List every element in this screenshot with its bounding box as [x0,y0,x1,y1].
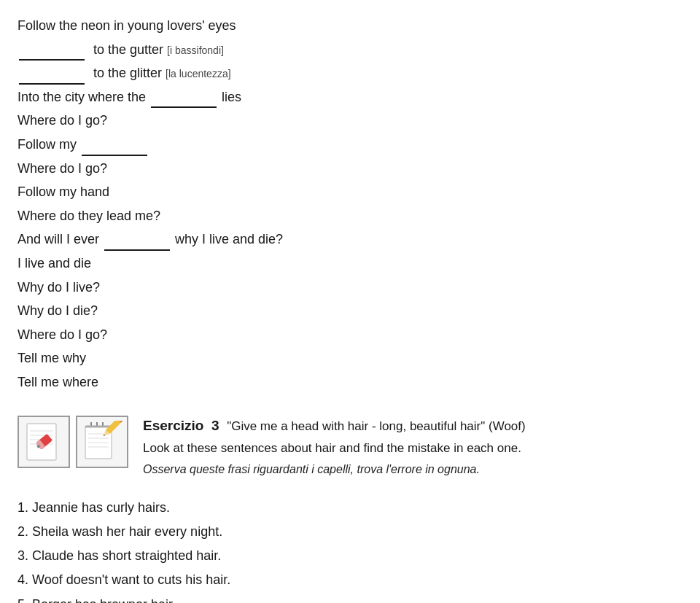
blank-1 [19,47,85,61]
icons-area [18,416,128,468]
annotation-2: [la lucentezza] [166,68,231,79]
lyric-line-7: Where do I go? [18,157,682,180]
esercizio-description: Look at these sentences about hair and f… [143,439,682,458]
esercizio-description-it: Osserva queste frasi riguardanti i capel… [143,461,682,478]
annotation-1: [i bassifondi] [167,44,224,56]
lyric-line-12: Why do I live? [18,276,682,299]
esercizio-label: Esercizio [143,418,203,433]
esercizio-section: Esercizio 3 "Give me a head with hair - … [18,416,682,478]
pencil-icon [81,421,123,463]
lyric-line-6: Follow my [18,133,682,156]
lyric-line-13: Why do I die? [18,300,682,322]
lyric-line-9: Where do they lead me? [18,205,682,227]
esercizio-text: Esercizio 3 "Give me a head with hair - … [143,416,682,478]
blank-4 [82,143,147,156]
lyric-line-16: Tell me where [18,371,682,394]
exercise-item-1: 1. Jeannie has curly hairs. [18,496,682,520]
esercizio-number: 3 [211,418,219,433]
lyric-line-10: And will I ever why I live and die? [18,228,682,251]
icon-box-1 [18,416,70,468]
exercise-item-4: 4. Woof doesn't want to cuts his hair. [18,568,682,592]
exercises-list: 1. Jeannie has curly hairs. 2. Sheila wa… [18,496,682,604]
exercise-item-3: 3. Claude has short straighted hair. [18,544,682,568]
eraser-icon [23,421,65,463]
lyric-line-4: Into the city where the lies [18,86,682,109]
exercise-item-2: 2. Sheila wash her hair every night. [18,520,682,544]
lyric-line-8: Follow my hand [18,181,682,203]
lyric-line-2: to the gutter [i bassifondi] [18,39,682,61]
blank-5 [104,238,170,251]
lyric-line-3: to the glitter [la lucentezza] [18,62,682,85]
exercise-item-5: 5. Berger has browner hair. [18,593,682,603]
lyric-line-5: Where do I go? [18,109,682,132]
esercizio-quote: "Give me a head with hair - long, beauti… [227,419,526,433]
blank-3 [151,95,217,108]
icon-box-2 [76,416,128,468]
lyrics-section: Follow the neon in young lovers' eyes to… [18,15,682,394]
esercizio-title: Esercizio 3 "Give me a head with hair - … [143,416,682,437]
lyric-line-1: Follow the neon in young lovers' eyes [18,15,682,37]
blank-2 [19,71,85,85]
lyric-line-15: Tell me why [18,347,682,370]
lyric-line-14: Where do I go? [18,324,682,346]
lyric-line-11: I live and die [18,252,682,275]
